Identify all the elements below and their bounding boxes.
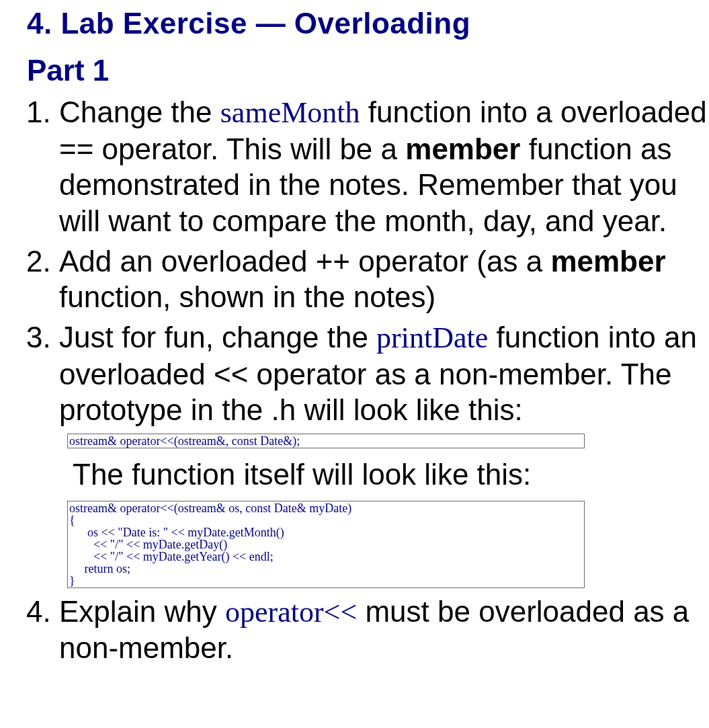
- list-item: Explain why operator<< must be overloade…: [59, 594, 709, 666]
- code-block-prototype: ostream& operator<<(ostream&, const Date…: [67, 434, 585, 448]
- instruction-list: Change the sameMonth function into a ove…: [27, 94, 709, 428]
- inline-code: printDate: [376, 321, 488, 354]
- page-title: 4. Lab Exercise — Overloading: [27, 7, 709, 40]
- list-item: Add an overloaded ++ operator (as a memb…: [59, 243, 709, 315]
- bold-text: member: [550, 245, 665, 278]
- text: Just for fun, change the: [59, 321, 376, 354]
- text: function, shown in the notes): [59, 280, 435, 313]
- text: Add an overloaded ++ operator (as a: [59, 245, 550, 278]
- section-title: Part 1: [27, 54, 709, 87]
- instruction-list-continued: Explain why operator<< must be overloade…: [27, 594, 709, 666]
- text: Change the: [59, 95, 220, 128]
- inline-code: sameMonth: [220, 96, 360, 129]
- list-item: Change the sameMonth function into a ove…: [59, 94, 709, 239]
- paragraph: The function itself will look like this:: [73, 456, 709, 493]
- code-block-function: ostream& operator<<(ostream& os, const D…: [67, 501, 585, 588]
- inline-code: operator<<: [225, 596, 357, 629]
- text: Explain why: [59, 595, 225, 628]
- bold-text: member: [405, 132, 520, 165]
- list-item: Just for fun, change the printDate funct…: [59, 319, 709, 428]
